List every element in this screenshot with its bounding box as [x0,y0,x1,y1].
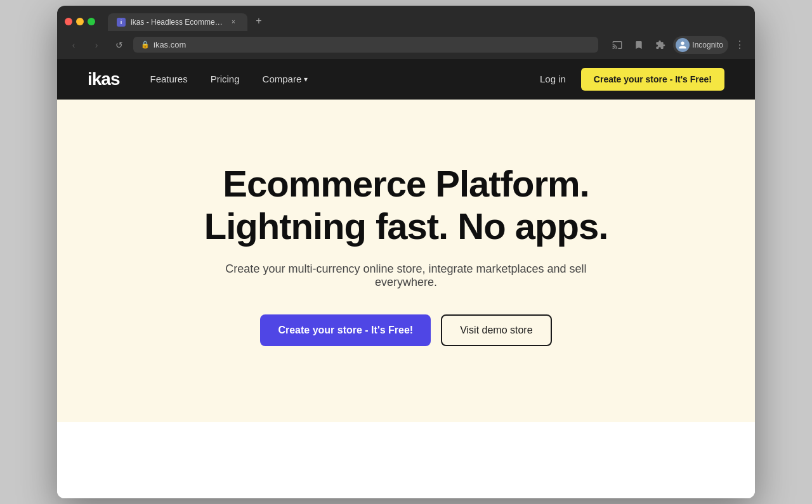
profile-button[interactable]: Incognito [673,36,728,54]
below-hero-section [57,422,755,498]
cast-icon[interactable] [608,36,626,54]
site-logo: ikas [88,69,120,89]
fullscreen-traffic-light[interactable] [88,18,95,25]
log-in-button[interactable]: Log in [540,74,566,84]
site-nav: ikas Features Pricing Compare ▾ Log in C… [57,59,755,100]
traffic-lights [65,18,95,25]
back-button[interactable]: ‹ [65,36,82,54]
hero-cta-primary[interactable]: Create your store - It's Free! [260,314,431,346]
hero-section: Ecommerce Platform. Lightning fast. No a… [57,100,755,422]
lock-icon: 🔒 [141,41,150,49]
hero-title: Ecommerce Platform. Lightning fast. No a… [204,163,608,247]
browser-window: i ikas - Headless Ecommerce pl × + ‹ › ↺… [57,6,755,498]
create-store-nav-button[interactable]: Create your store - It's Free! [581,68,724,91]
nav-link-pricing[interactable]: Pricing [211,74,240,84]
address-text: ikas.com [154,40,186,49]
website: ikas Features Pricing Compare ▾ Log in C… [57,59,755,498]
reload-button[interactable]: ↺ [110,36,128,54]
nav-link-features[interactable]: Features [150,74,188,84]
forward-button[interactable]: › [88,36,105,54]
profile-avatar [676,38,690,52]
browser-menu-button[interactable]: ⋮ [732,39,747,51]
address-bar-row: ‹ › ↺ 🔒 ikas.com [57,31,755,59]
title-bar: i ikas - Headless Ecommerce pl × + [57,6,755,31]
tab-close-button[interactable]: × [228,17,239,27]
bookmark-icon[interactable] [630,36,648,54]
hero-cta-secondary[interactable]: Visit demo store [441,314,551,346]
compare-chevron-icon: ▾ [304,75,308,84]
tab-bar: i ikas - Headless Ecommerce pl × + [108,12,747,31]
address-bar[interactable]: 🔒 ikas.com [133,37,598,53]
hero-subtitle: Create your multi-currency online store,… [216,262,596,289]
nav-actions: Log in Create your store - It's Free! [540,68,724,91]
browser-actions: Incognito ⋮ [608,36,747,54]
nav-link-compare[interactable]: Compare ▾ [263,74,308,84]
browser-chrome: i ikas - Headless Ecommerce pl × + ‹ › ↺… [57,6,755,59]
new-tab-button[interactable]: + [250,12,268,30]
minimize-traffic-light[interactable] [76,18,84,25]
nav-links: Features Pricing Compare ▾ [150,74,540,84]
close-traffic-light[interactable] [65,18,72,25]
hero-title-line2: Lightning fast. No apps. [204,205,608,247]
tab-title: ikas - Headless Ecommerce pl [131,18,223,27]
hero-buttons: Create your store - It's Free! Visit dem… [260,314,551,346]
extensions-icon[interactable] [652,36,669,54]
tab-favicon: i [117,18,126,27]
hero-title-line1: Ecommerce Platform. [223,163,589,204]
active-tab[interactable]: i ikas - Headless Ecommerce pl × [108,13,247,31]
profile-label: Incognito [692,41,723,49]
